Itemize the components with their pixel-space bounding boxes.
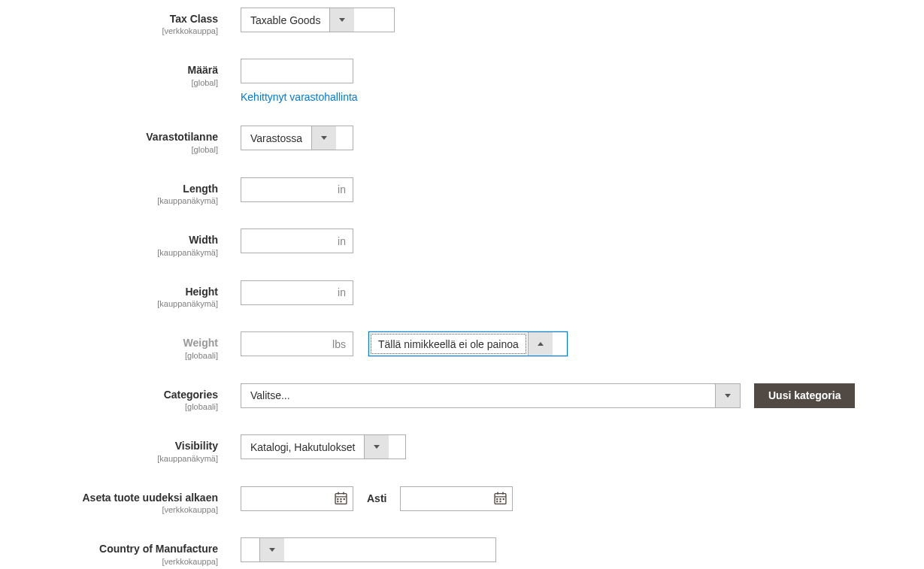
row-categories: Categories [globaali] Valitse... Uusi ka…	[0, 383, 924, 412]
label-categories: Categories [globaali]	[0, 383, 241, 412]
svg-rect-8	[343, 492, 344, 495]
label-visibility: Visibility [kauppanäkymä]	[0, 434, 241, 463]
svg-rect-2	[337, 498, 338, 500]
weight-has-weight-select[interactable]: Tällä nimikkeellä ei ole painoa	[368, 331, 568, 356]
length-input[interactable]	[241, 177, 353, 202]
new-category-button[interactable]: Uusi kategoria	[754, 383, 855, 408]
label-qty: Määrä [global]	[0, 59, 241, 87]
row-height: Height [kauppanäkymä] in	[0, 280, 924, 309]
chevron-down-icon[interactable]	[364, 435, 389, 459]
chevron-down-icon[interactable]	[329, 8, 354, 32]
label-length: Length [kauppanäkymä]	[0, 177, 241, 206]
svg-rect-4	[344, 498, 345, 500]
height-input[interactable]	[241, 280, 353, 305]
label-height: Height [kauppanäkymä]	[0, 280, 241, 309]
row-weight: Weight [globaali] lbs Tällä nimikkeellä …	[0, 331, 924, 360]
tax-class-select[interactable]: Taxable Goods	[241, 8, 395, 32]
label-stock-status: Varastotilanne [global]	[0, 126, 241, 154]
date-to-label: Asti	[367, 492, 386, 504]
weight-input[interactable]	[241, 331, 353, 356]
row-country: Country of Manufacture [verkkokauppa]	[0, 537, 924, 566]
svg-rect-14	[497, 501, 498, 503]
svg-rect-17	[503, 492, 504, 495]
svg-rect-3	[340, 498, 341, 500]
row-stock-status: Varastotilanne [global] Varastossa	[0, 126, 924, 154]
svg-rect-16	[498, 492, 499, 495]
svg-rect-15	[500, 501, 501, 503]
label-tax-class: Tax Class [verkkokauppa]	[0, 8, 241, 36]
label-country: Country of Manufacture [verkkokauppa]	[0, 537, 241, 566]
label-width: Width [kauppanäkymä]	[0, 229, 241, 257]
calendar-icon[interactable]	[494, 492, 507, 505]
categories-select[interactable]: Valitse...	[241, 383, 741, 408]
stock-status-select[interactable]: Varastossa	[241, 126, 353, 150]
label-weight: Weight [globaali]	[0, 331, 241, 360]
row-width: Width [kauppanäkymä] in	[0, 229, 924, 257]
label-new-from: Aseta tuote uudeksi alkaen [verkkokauppa…	[0, 486, 241, 515]
svg-rect-5	[337, 501, 338, 503]
row-tax-class: Tax Class [verkkokauppa] Taxable Goods	[0, 8, 924, 36]
svg-rect-6	[340, 501, 341, 503]
row-new-from: Aseta tuote uudeksi alkaen [verkkokauppa…	[0, 486, 924, 515]
svg-rect-11	[497, 498, 498, 500]
chevron-down-icon[interactable]	[259, 538, 284, 561]
svg-rect-12	[500, 498, 501, 500]
row-length: Length [kauppanäkymä] in	[0, 177, 924, 206]
country-select[interactable]	[241, 537, 496, 562]
chevron-up-icon[interactable]	[528, 332, 553, 356]
svg-rect-13	[503, 498, 504, 500]
row-qty: Määrä [global] Kehittynyt varastohallint…	[0, 59, 924, 103]
svg-rect-7	[338, 492, 339, 495]
chevron-down-icon[interactable]	[311, 126, 336, 150]
row-visibility: Visibility [kauppanäkymä] Katalogi, Haku…	[0, 434, 924, 463]
chevron-down-icon[interactable]	[715, 384, 740, 407]
width-input[interactable]	[241, 229, 353, 253]
qty-input[interactable]	[241, 59, 353, 83]
visibility-select[interactable]: Katalogi, Hakutulokset	[241, 434, 406, 459]
advanced-inventory-link[interactable]: Kehittynyt varastohallinta	[241, 91, 358, 103]
calendar-icon[interactable]	[335, 492, 347, 505]
